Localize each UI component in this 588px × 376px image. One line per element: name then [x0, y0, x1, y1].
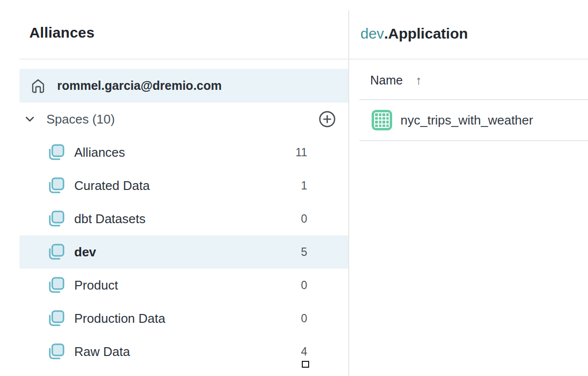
- dataset-name: nyc_trips_with_weather: [400, 113, 533, 128]
- space-label: dbt Datasets: [74, 211, 146, 227]
- plus-circle-icon: [318, 110, 336, 128]
- space-label: Alliances: [74, 145, 125, 160]
- space-count: 0: [301, 279, 307, 292]
- home-item-label: rommel.garcia@dremio.com: [57, 79, 222, 93]
- space-icon: [46, 342, 65, 361]
- column-header-name[interactable]: Name ↑: [370, 73, 421, 87]
- space-icon: [46, 243, 65, 261]
- main-header-divider: [348, 59, 588, 60]
- sidebar-title-divider: [20, 59, 348, 60]
- space-count: 0: [301, 312, 307, 325]
- space-count: 5: [301, 246, 307, 259]
- sidebar-space-product[interactable]: Product0: [20, 269, 348, 302]
- space-icon: [46, 276, 65, 294]
- sidebar-section-spaces[interactable]: Spaces (10): [20, 103, 348, 136]
- sidebar-item-home[interactable]: rommel.garcia@dremio.com: [20, 69, 348, 103]
- space-count: 11: [295, 146, 307, 159]
- space-count: 1: [301, 179, 307, 192]
- chevron-down-icon[interactable]: [24, 114, 35, 125]
- sidebar-space-alliances[interactable]: Alliances11: [20, 136, 348, 169]
- space-label: Production Data: [74, 311, 165, 326]
- dataset-row-nyc-trips-with-weather[interactable]: nyc_trips_with_weather: [359, 100, 588, 141]
- spaces-section-label: Spaces (10): [46, 112, 115, 127]
- sidebar-space-production-data[interactable]: Production Data0: [20, 302, 348, 335]
- space-count: 0: [301, 212, 307, 226]
- spaces-list: Alliances11Curated Data1dbt Datasets0dev…: [20, 136, 348, 368]
- stray-caret-square: [302, 361, 309, 368]
- space-icon: [46, 176, 65, 195]
- dataset-grid-icon: [372, 110, 392, 130]
- sidebar-space-curated-data[interactable]: Curated Data1: [20, 169, 348, 202]
- space-icon: [46, 143, 65, 162]
- space-label: Curated Data: [74, 178, 150, 193]
- main-panel: dev.Application Name ↑ nyc_trips_with_we…: [349, 0, 588, 376]
- column-header-name-label: Name: [370, 73, 403, 87]
- page-title: Alliances: [29, 24, 95, 41]
- home-icon: [29, 77, 47, 95]
- space-label: Product: [74, 278, 118, 293]
- space-label: Raw Data: [74, 344, 130, 359]
- sidebar: Alliances rommel.garcia@dremio.com Space…: [0, 0, 348, 376]
- space-icon: [46, 209, 65, 228]
- add-space-button[interactable]: [318, 110, 336, 128]
- breadcrumb: dev.Application: [360, 25, 468, 42]
- breadcrumb-space-link[interactable]: dev: [360, 25, 384, 42]
- breadcrumb-current: .Application: [384, 25, 468, 42]
- space-count: 4: [301, 345, 307, 358]
- space-label: dev: [74, 245, 96, 260]
- dataset-list: nyc_trips_with_weather: [359, 100, 588, 141]
- sidebar-space-raw-data[interactable]: Raw Data4: [20, 335, 348, 368]
- sort-ascending-icon: ↑: [416, 73, 422, 87]
- space-icon: [46, 309, 65, 328]
- sidebar-space-dev[interactable]: dev5: [20, 235, 348, 269]
- sidebar-space-dbt-datasets[interactable]: dbt Datasets0: [20, 202, 348, 235]
- sidebar-rows: rommel.garcia@dremio.com Spaces (10) All…: [20, 69, 348, 368]
